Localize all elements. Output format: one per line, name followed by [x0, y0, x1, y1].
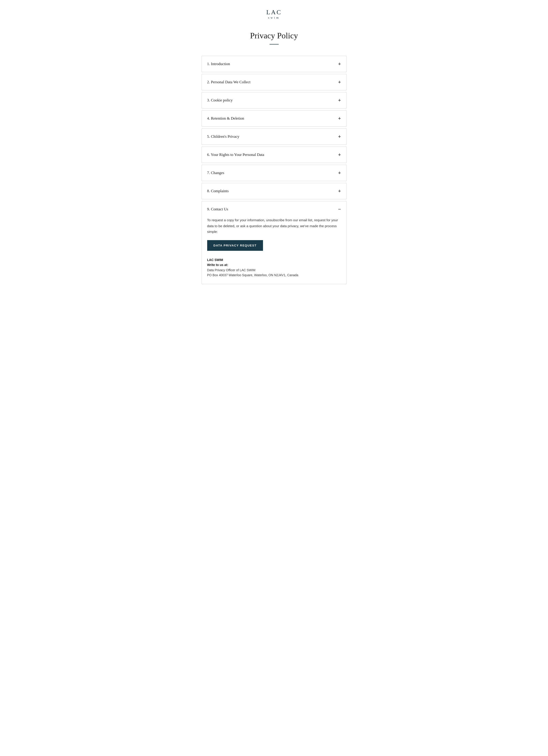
accordion-header-7[interactable]: 7. Changes +: [202, 165, 346, 181]
accordion-title-5: 5. Children's Privacy: [207, 134, 239, 139]
accordion-icon-1: +: [338, 61, 341, 67]
accordion-item-1: 1. Introduction +: [202, 56, 347, 72]
accordion-icon-2: +: [338, 79, 341, 85]
accordion-header-1[interactable]: 1. Introduction +: [202, 56, 346, 72]
accordion-icon-7: +: [338, 170, 341, 176]
accordion-icon-8: +: [338, 188, 341, 194]
title-divider: [270, 44, 279, 44]
contact-intro-text: To request a copy for your information, …: [207, 217, 341, 235]
accordion-title-6: 6. Your Rights to Your Personal Data: [207, 153, 264, 157]
accordion-body-9: To request a copy for your information, …: [202, 217, 346, 284]
accordion-title-4: 4. Retention & Deletion: [207, 116, 244, 121]
contact-address-line2: PO Box 40037 Waterloo Square, Waterloo, …: [207, 273, 341, 278]
contact-info: LAC SWIM Write to us at: Data Privacy Of…: [207, 258, 341, 278]
accordion-item-9: 9. Contact Us − To request a copy for yo…: [202, 201, 347, 284]
accordion-title-7: 7. Changes: [207, 171, 224, 175]
accordion-header-3[interactable]: 3. Cookie policy +: [202, 92, 346, 108]
contact-address-line1: Data Privacy Officer of LAC SWIM: [207, 268, 341, 273]
contact-company-name: LAC SWIM: [207, 258, 341, 262]
accordion-icon-3: +: [338, 97, 341, 103]
accordion-item-8: 8. Complaints +: [202, 183, 347, 199]
accordion-header-8[interactable]: 8. Complaints +: [202, 183, 346, 199]
accordion-title-1: 1. Introduction: [207, 62, 230, 66]
data-privacy-request-button[interactable]: DATA PRIVACY REQUEST: [207, 240, 263, 251]
accordion-icon-5: +: [338, 134, 341, 140]
accordion-header-5[interactable]: 5. Children's Privacy +: [202, 129, 346, 145]
logo-swim: swim: [202, 16, 347, 20]
logo-lac: LAC: [202, 9, 347, 15]
accordion-icon-4: +: [338, 116, 341, 121]
accordion-title-9: 9. Contact Us: [207, 207, 228, 212]
accordion-title-8: 8. Complaints: [207, 189, 229, 193]
accordion-header-6[interactable]: 6. Your Rights to Your Personal Data +: [202, 147, 346, 163]
accordion-header-4[interactable]: 4. Retention & Deletion +: [202, 111, 346, 126]
accordion-header-2[interactable]: 2. Personal Data We Collect +: [202, 74, 346, 90]
accordion-item-6: 6. Your Rights to Your Personal Data +: [202, 147, 347, 163]
page-title-section: Privacy Policy: [202, 31, 347, 44]
contact-write-label: Write to us at:: [207, 263, 341, 267]
accordion-item-5: 5. Children's Privacy +: [202, 128, 347, 145]
accordion-item-4: 4. Retention & Deletion +: [202, 110, 347, 127]
accordion-header-9[interactable]: 9. Contact Us −: [202, 201, 346, 217]
accordion-list: 1. Introduction + 2. Personal Data We Co…: [202, 56, 347, 284]
accordion-title-2: 2. Personal Data We Collect: [207, 80, 251, 84]
accordion-title-3: 3. Cookie policy: [207, 98, 233, 103]
accordion-item-3: 3. Cookie policy +: [202, 92, 347, 108]
accordion-icon-6: +: [338, 152, 341, 158]
accordion-icon-9: −: [338, 206, 341, 212]
accordion-item-2: 2. Personal Data We Collect +: [202, 74, 347, 90]
logo: LAC swim: [202, 9, 347, 20]
page-title: Privacy Policy: [202, 31, 347, 40]
accordion-item-7: 7. Changes +: [202, 165, 347, 181]
